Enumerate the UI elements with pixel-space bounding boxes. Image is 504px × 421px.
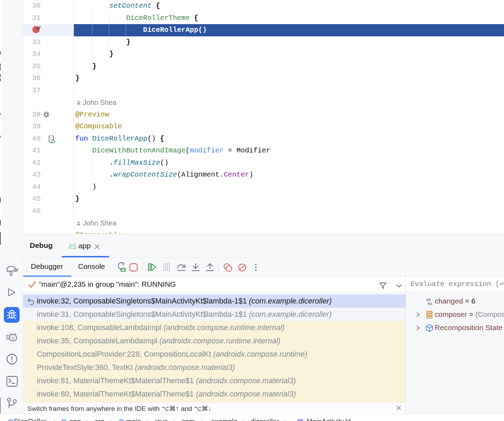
svg-text:01: 01 <box>428 302 433 306</box>
